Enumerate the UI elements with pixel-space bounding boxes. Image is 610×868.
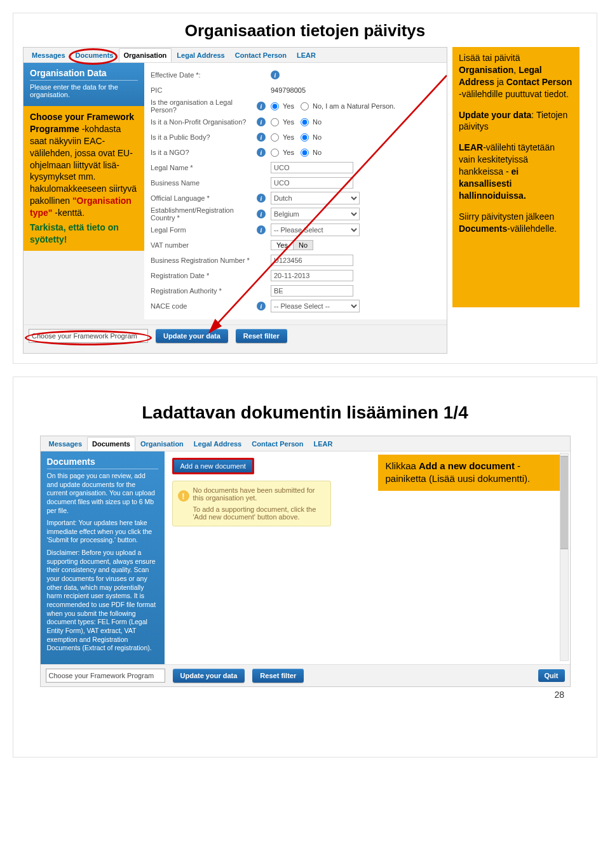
nonprofit-yes-radio[interactable]: [271, 118, 279, 126]
no-label: No: [313, 118, 322, 126]
tab-organisation[interactable]: Organisation: [119, 48, 172, 62]
update-your-data-button[interactable]: Update your data: [156, 329, 228, 343]
update-your-data-button-2[interactable]: Update your data: [173, 669, 245, 683]
reset-filter-button-2[interactable]: Reset filter: [252, 669, 304, 683]
official-language-label: Official Language *: [151, 194, 255, 202]
slide-2: Ladattavan dokumentin lisääminen 1/4 Mes…: [13, 377, 597, 758]
tab2-organisation[interactable]: Organisation: [135, 437, 189, 451]
reset-filter-button[interactable]: Reset filter: [236, 329, 287, 343]
warning-icon: !: [178, 490, 189, 502]
info-icon[interactable]: i: [257, 302, 266, 310]
public-body-label: Is it a Public Body?: [151, 133, 255, 141]
app-window-2: Messages Documents Organisation Legal Ad…: [40, 436, 571, 687]
right-bold-update: Update your data: [459, 110, 531, 120]
left-annotation: Choose your Framework Programme -kohdast…: [24, 106, 144, 251]
brn-label: Business Registration Number *: [151, 257, 255, 264]
right-annotation: Lisää tai päivitä Organisation, Legal Ad…: [452, 47, 580, 307]
slide2-title: Ladattavan dokumentin lisääminen 1/4: [23, 403, 587, 423]
yes-label: Yes: [283, 149, 294, 156]
add-document-annotation: Klikkaa Add a new document -painiketta (…: [378, 455, 562, 491]
ngo-no-radio[interactable]: [301, 149, 309, 157]
reg-authority-label: Registration Authority *: [151, 287, 255, 295]
country-select[interactable]: Belgium: [271, 208, 360, 220]
scrollbar-thumb[interactable]: [560, 456, 568, 549]
brn-input[interactable]: [271, 255, 353, 266]
bottom-toolbar-2: Update your data Reset filter Quit: [41, 664, 570, 686]
right-text: -välilehdelle.: [507, 224, 557, 234]
tab-documents[interactable]: Documents: [71, 48, 119, 62]
quit-button[interactable]: Quit: [538, 669, 565, 682]
legal-form-label: Legal Form: [151, 226, 255, 234]
annotation-bold: Add a new document: [419, 460, 515, 471]
tab-lear[interactable]: LEAR: [292, 48, 321, 62]
left-annotation-text2: -kenttä.: [52, 208, 85, 218]
warn-line2: To add a supporting document, click the …: [193, 505, 324, 521]
business-name-label: Business Name: [151, 179, 255, 187]
country-label: Establishment/Registration Country *: [151, 206, 255, 222]
info-icon[interactable]: i: [257, 210, 266, 218]
business-name-input[interactable]: [271, 177, 353, 189]
organisation-data-heading: Organisation Data: [30, 68, 138, 81]
legal-form-select[interactable]: -- Please Select: [271, 224, 360, 236]
tab2-lear[interactable]: LEAR: [309, 437, 338, 451]
slide1-title: Organisaation tietojen päivitys: [23, 21, 587, 41]
warn-line1: No documents have been submitted for thi…: [193, 486, 324, 502]
add-new-document-button[interactable]: Add a new document: [172, 458, 254, 474]
reg-date-label: Registration Date *: [151, 272, 255, 279]
tabs-row-2: Messages Documents Organisation Legal Ad…: [41, 436, 570, 451]
info-icon[interactable]: i: [257, 148, 266, 157]
tab2-legal-address[interactable]: Legal Address: [189, 437, 247, 451]
inner-scrollbar[interactable]: [560, 453, 569, 661]
ngo-yes-radio[interactable]: [271, 149, 279, 157]
framework-programme-select-2[interactable]: [46, 669, 165, 683]
official-language-select[interactable]: Dutch: [271, 192, 360, 204]
nace-label: NACE code: [151, 302, 255, 310]
public-no-radio[interactable]: [301, 133, 309, 142]
tab-legal-address[interactable]: Legal Address: [172, 48, 229, 62]
tab2-contact-person[interactable]: Contact Person: [247, 437, 308, 451]
nace-select[interactable]: -- Please Select --: [271, 300, 360, 312]
bottom-toolbar: Update your data Reset filter: [24, 324, 447, 347]
legal-person-yes-radio[interactable]: [271, 102, 279, 110]
annotation-text: Klikkaa: [386, 460, 419, 471]
tabs-row: Messages Documents Organisation Legal Ad…: [24, 48, 447, 63]
legal-name-label: Legal Name *: [151, 164, 255, 171]
info-icon[interactable]: i: [257, 225, 266, 234]
vat-number-label: VAT number: [151, 241, 255, 249]
pic-value: 949798005: [271, 86, 440, 94]
vat-no-button[interactable]: No: [293, 240, 313, 250]
page-number: 28: [23, 690, 564, 700]
tab2-messages[interactable]: Messages: [44, 437, 88, 451]
right-bold-lear: LEAR: [459, 142, 483, 152]
reg-date-input[interactable]: [271, 270, 353, 281]
vat-yes-button[interactable]: Yes: [271, 240, 294, 250]
legal-person-no-radio[interactable]: [301, 102, 309, 110]
right-text: -välilehdille puuttuvat tiedot.: [459, 89, 569, 99]
info-icon[interactable]: i: [257, 194, 266, 203]
info-icon[interactable]: i: [257, 102, 266, 110]
right-text: Siirry päivitysten jälkeen: [459, 211, 554, 222]
documents-heading: Documents: [47, 457, 158, 469]
right-bold-documents: Documents: [459, 224, 507, 234]
public-yes-radio[interactable]: [271, 133, 279, 142]
effective-date-label: Effective Date *:: [151, 71, 255, 79]
pic-label: PIC: [151, 86, 255, 94]
tab2-documents[interactable]: Documents: [87, 437, 135, 451]
right-text: ,: [513, 65, 518, 75]
no-label: No: [313, 133, 322, 141]
tab-messages[interactable]: Messages: [27, 48, 71, 62]
framework-programme-select[interactable]: [29, 329, 148, 343]
right-text: Lisää tai päivitä: [459, 53, 520, 63]
documents-desc-2: Important: Your updates here take immedi…: [47, 519, 158, 545]
info-icon[interactable]: i: [271, 70, 280, 79]
info-icon[interactable]: i: [257, 133, 266, 142]
tab-contact-person[interactable]: Contact Person: [230, 48, 292, 62]
legal-name-input[interactable]: [271, 162, 353, 173]
slide-1: Organisaation tietojen päivitys Messages…: [13, 13, 597, 364]
no-label: No: [313, 149, 322, 156]
info-icon[interactable]: i: [257, 117, 266, 126]
organisation-data-desc: Please enter the data for the organisati…: [30, 83, 138, 98]
left-annotation-green: Tarkista, että tieto on syötetty!: [30, 222, 138, 246]
nonprofit-no-radio[interactable]: [301, 118, 309, 126]
reg-authority-input[interactable]: [271, 285, 353, 297]
